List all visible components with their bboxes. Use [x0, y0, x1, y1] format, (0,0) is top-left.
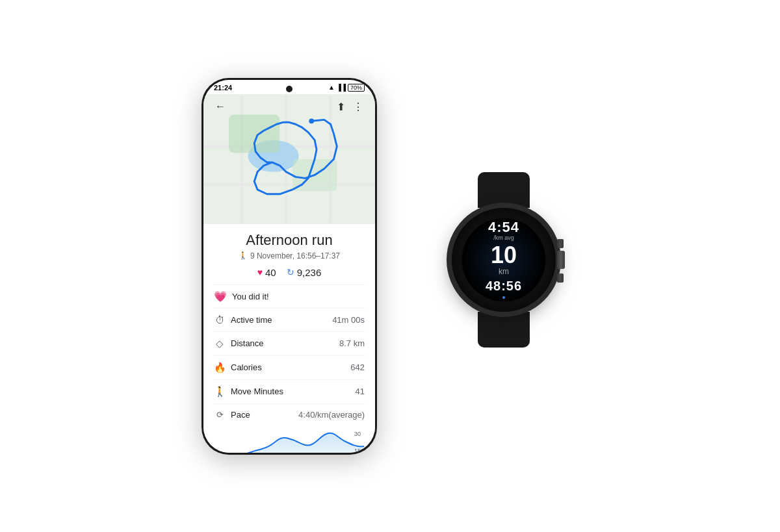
watch-elapsed-time: 48:56 — [486, 279, 522, 294]
watch-device: 4:54 /km avg 10 km 48:56 — [429, 172, 578, 361]
wifi-icon: ▲ — [328, 84, 335, 91]
battery-indicator: 70% — [348, 84, 365, 92]
watch-dot — [502, 296, 505, 299]
goal-banner: 💗 You did it! — [214, 285, 365, 308]
phone-screen: 21:24 ▲ ▐▐ 70% — [203, 80, 375, 453]
distance-label: Distance — [231, 338, 339, 348]
pace-value: 4:40/km(average) — [298, 410, 365, 420]
signal-icon: ▐▐ — [337, 84, 346, 91]
watch-strap-bottom — [478, 312, 530, 348]
metric-move-minutes: 🚶 Move Minutes 41 — [214, 379, 365, 403]
watch-distance-unit: km — [499, 267, 509, 276]
watch-button-top — [557, 239, 564, 248]
metric-distance: ◇ Distance 8.7 km — [214, 331, 365, 355]
status-time: 21:24 — [214, 84, 232, 92]
goal-icon: 💗 — [214, 290, 227, 303]
watch-pace-value: 4:54 — [488, 220, 519, 234]
pace-icon: ⟳ — [214, 410, 226, 420]
map-toolbar: ← ⬆ ⋮ — [203, 94, 375, 120]
share-button[interactable]: ⬆ — [333, 99, 349, 114]
back-button[interactable]: ← — [211, 99, 229, 114]
steps-icon: ↻ — [287, 267, 294, 277]
activity-content: Afternoon run 🚶 9 November, 16:56–17:37 … — [203, 224, 375, 453]
move-minutes-value: 41 — [356, 386, 365, 396]
pace-chart: 30 15 — [214, 428, 365, 453]
distance-icon: ◇ — [214, 338, 226, 349]
distance-value: 8.7 km — [339, 338, 365, 348]
steps-stat: ↻ 9,236 — [287, 267, 322, 278]
watch-distance-value: 10 — [491, 244, 517, 267]
run-icon: 🚶 — [239, 251, 248, 260]
punch-hole — [286, 86, 292, 92]
phone-device: 21:24 ▲ ▐▐ 70% — [202, 78, 377, 455]
activity-date: 🚶 9 November, 16:56–17:37 — [214, 251, 365, 260]
watch-strap-top — [478, 172, 530, 208]
active-time-value: 41m 00s — [332, 315, 365, 325]
chart-label-30: 30 — [354, 431, 361, 437]
calories-icon: 🔥 — [214, 362, 226, 374]
heart-icon: ♥ — [257, 267, 263, 277]
move-minutes-icon: 🚶 — [214, 386, 226, 398]
heart-points-value: 40 — [265, 267, 276, 278]
chart-svg: 30 15 — [214, 428, 365, 453]
calories-label: Calories — [231, 362, 350, 372]
scene: 21:24 ▲ ▐▐ 70% — [0, 0, 780, 532]
activity-title: Afternoon run — [214, 232, 365, 249]
active-time-icon: ⏱ — [214, 314, 226, 325]
more-button[interactable]: ⋮ — [349, 99, 367, 114]
pace-label: Pace — [231, 410, 298, 420]
watch-body: 4:54 /km avg 10 km 48:56 — [452, 208, 556, 312]
move-minutes-label: Move Minutes — [231, 386, 356, 396]
metric-active-time: ⏱ Active time 41m 00s — [214, 308, 365, 331]
heart-points-stat: ♥ 40 — [257, 267, 276, 278]
watch-pace-label: /km avg — [493, 234, 514, 241]
active-time-label: Active time — [231, 315, 332, 325]
map-container: ← ⬆ ⋮ — [203, 94, 375, 224]
metric-pace: ⟳ Pace 4:40/km(average) — [214, 403, 365, 425]
watch-screen: 4:54 /km avg 10 km 48:56 — [462, 218, 546, 302]
activity-stats: ♥ 40 ↻ 9,236 — [214, 267, 365, 278]
status-icons: ▲ ▐▐ 70% — [328, 84, 365, 92]
calories-value: 642 — [350, 362, 365, 372]
metric-calories: 🔥 Calories 642 — [214, 355, 365, 379]
watch-crown — [557, 251, 565, 269]
goal-text: You did it! — [232, 292, 269, 301]
watch-button-bottom — [557, 273, 564, 283]
date-text: 9 November, 16:56–17:37 — [250, 251, 340, 260]
steps-value: 9,236 — [297, 267, 322, 278]
chart-label-15: 15 — [354, 448, 361, 453]
battery-percent: 70% — [348, 84, 365, 92]
